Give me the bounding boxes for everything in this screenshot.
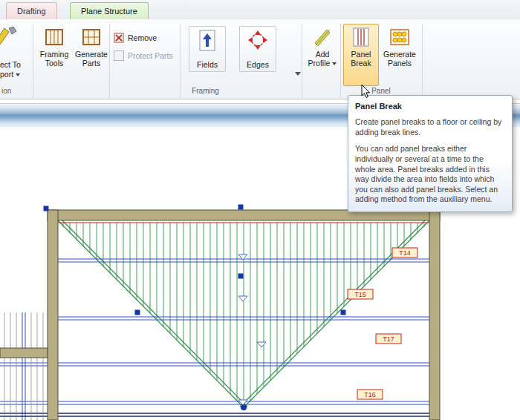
- framing-tools-button[interactable]: Framing Tools: [36, 24, 73, 84]
- fields-icon: [198, 30, 216, 52]
- protect-parts-label: Protect Parts: [128, 51, 173, 60]
- add-profile-button[interactable]: Add Profile: [305, 24, 340, 84]
- generate-parts-icon: [82, 24, 101, 50]
- protect-parts-checkbox[interactable]: Protect Parts: [114, 50, 173, 61]
- edges-icon: [248, 30, 267, 50]
- group-separator: [422, 24, 423, 99]
- ribbon: ect To port Framing Tools: [0, 19, 520, 99]
- ribbon-tab-bar: Drafting Plane Structure: [0, 0, 520, 20]
- add-profile-label-2-text: Profile: [308, 59, 331, 68]
- group-label-left: ion: [1, 87, 11, 95]
- tooltip-paragraph-2: You can add panel breaks either individu…: [355, 144, 505, 205]
- framing-tools-label-2: Tools: [45, 59, 64, 68]
- panel-label-t16-text: T16: [364, 391, 376, 398]
- framing-tools-label-1: Framing: [40, 50, 69, 59]
- generate-parts-label-2: Parts: [82, 59, 101, 68]
- framing-tools-icon: [45, 24, 64, 50]
- panel-break-label-2: Break: [351, 59, 371, 68]
- checkbox-icon: [114, 50, 124, 61]
- generate-parts-button[interactable]: Generate Parts: [74, 24, 109, 84]
- panel-field-hatch: [59, 223, 429, 407]
- generate-panels-button[interactable]: Generate Panels: [380, 24, 419, 84]
- add-profile-icon: [313, 24, 332, 50]
- group-separator: [302, 24, 302, 99]
- connect-label-line1: ect To: [0, 60, 21, 69]
- panel-label-t17: T17: [376, 334, 401, 344]
- remove-label: Remove: [128, 33, 157, 42]
- tab-drafting[interactable]: Drafting: [6, 2, 57, 20]
- tab-plane-structure[interactable]: Plane Structure: [70, 2, 149, 20]
- dropdown-arrow-icon: [332, 62, 337, 65]
- edges-label: Edges: [247, 60, 269, 69]
- panel-label-t15: T15: [348, 289, 373, 299]
- panel-break-label-1: Panel: [351, 50, 371, 59]
- fields-label: Fields: [197, 60, 218, 69]
- edges-button[interactable]: Edges: [239, 26, 276, 72]
- application-window: Drafting Plane Structure ect To port: [0, 0, 520, 420]
- dropdown-arrow-icon: [16, 73, 20, 76]
- panel-label-t14: T14: [392, 248, 417, 257]
- fields-button[interactable]: Fields: [189, 26, 226, 72]
- mouse-cursor-icon: [361, 84, 371, 99]
- panel-break-icon: [352, 24, 370, 50]
- generate-panels-label-1: Generate: [383, 50, 416, 59]
- add-profile-label-2: Profile: [308, 59, 337, 68]
- bottom-edge-lines: [0, 413, 440, 416]
- panel-label-t14-text: T14: [399, 249, 411, 257]
- connect-label-line2: port: [0, 70, 20, 79]
- group-label-panel: Panel: [340, 87, 422, 95]
- connect-label-line2-text: port: [0, 70, 13, 79]
- generate-panels-label-2: Panels: [388, 59, 412, 68]
- group-label-framing: Framing: [109, 87, 302, 95]
- panel-break-tooltip: Panel Break Create panel breaks to a flo…: [348, 95, 513, 212]
- generate-panels-icon: [390, 24, 409, 50]
- panel-label-t16: T16: [357, 390, 383, 399]
- remove-button[interactable]: Remove: [114, 33, 157, 43]
- panel-label-t15-text: T15: [354, 291, 366, 298]
- remove-icon: [114, 33, 124, 43]
- add-profile-label-1: Add: [316, 50, 330, 59]
- panel-label-t17-text: T17: [383, 335, 394, 343]
- tooltip-paragraph-1: Create panel breaks to a floor or ceilin…: [355, 117, 505, 137]
- connect-to-report-button[interactable]: ect To port: [0, 24, 33, 84]
- tooltip-title: Panel Break: [355, 102, 505, 111]
- group-separator: [33, 24, 33, 99]
- panel-break-button[interactable]: Panel Break: [343, 24, 379, 86]
- generate-parts-label-1: Generate: [75, 50, 108, 59]
